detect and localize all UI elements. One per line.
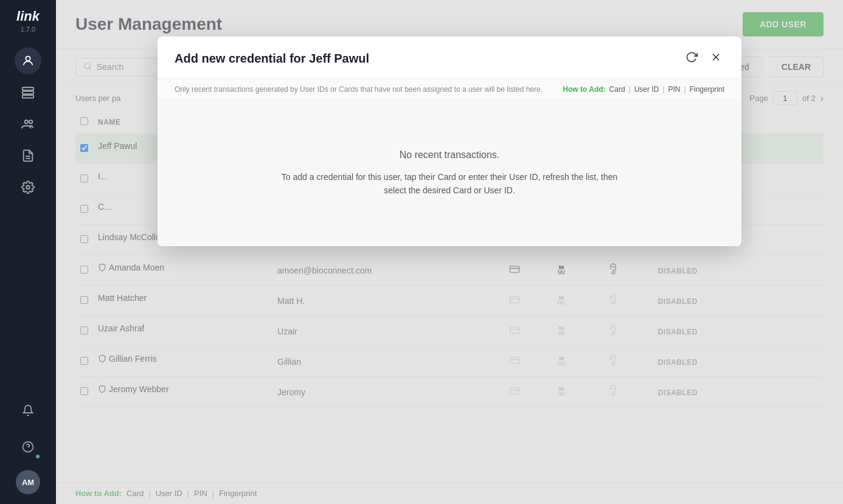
modal-instructions: To add a credential for this user, tap t… — [273, 170, 626, 198]
modal-fingerprint-link[interactable]: Fingerprint — [690, 85, 724, 94]
no-transactions-text: No recent transactions. — [400, 150, 500, 161]
modal-how-to-links: How to Add: Card | User ID | PIN | Finge… — [563, 85, 724, 94]
modal-header: Add new credential for Jeff Pawul — [158, 36, 741, 79]
sidebar-item-server[interactable] — [15, 79, 41, 106]
modal-close-button[interactable] — [707, 49, 724, 69]
modal-card-link[interactable]: Card — [609, 85, 625, 94]
modal-how-to-label: How to Add: — [563, 85, 605, 94]
avatar[interactable]: AM — [16, 470, 40, 494]
svg-rect-2 — [23, 91, 33, 94]
online-indicator — [35, 454, 41, 460]
svg-point-5 — [29, 120, 33, 124]
sidebar-item-group[interactable] — [15, 111, 41, 137]
modal-actions — [683, 49, 724, 69]
sidebar-logo: link — [16, 10, 40, 23]
svg-point-8 — [26, 185, 30, 189]
svg-point-4 — [25, 120, 29, 124]
add-credential-modal: Add new credential for Jeff Pawul Only r… — [158, 36, 741, 246]
modal-overlay: Add new credential for Jeff Pawul Only r… — [56, 0, 843, 504]
sidebar: link 1.7.0 AM — [0, 0, 56, 504]
sidebar-item-user[interactable] — [15, 47, 41, 74]
svg-rect-1 — [23, 88, 33, 91]
sidebar-version: 1.7.0 — [21, 26, 35, 33]
main-content: User Management ADD USER Selected CLEAR … — [56, 0, 843, 504]
modal-userid-link[interactable]: User ID — [634, 85, 659, 94]
modal-pin-link[interactable]: PIN — [668, 85, 681, 94]
sidebar-item-document[interactable] — [15, 142, 41, 169]
sidebar-item-settings[interactable] — [15, 174, 41, 201]
modal-body: No recent transactions. To add a credent… — [158, 100, 741, 246]
svg-rect-3 — [23, 95, 33, 98]
modal-info-text: Only recent transactions generated by Us… — [175, 85, 543, 94]
modal-info-bar: Only recent transactions generated by Us… — [158, 79, 741, 100]
sidebar-item-bell[interactable] — [15, 397, 41, 424]
sidebar-online-dot-wrap — [15, 433, 41, 460]
modal-refresh-button[interactable] — [683, 49, 700, 69]
modal-title: Add new credential for Jeff Pawul — [175, 52, 369, 66]
svg-point-0 — [26, 57, 30, 61]
